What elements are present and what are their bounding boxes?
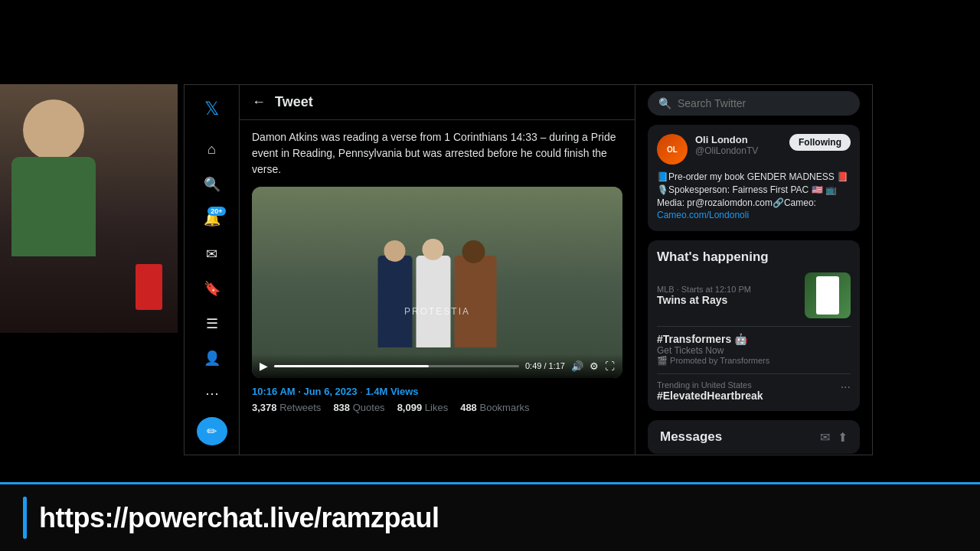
transformers-promo: 🎬 Promoted by Transformers: [657, 356, 851, 366]
bottom-bar: https://powerchat.live/ramzpaul: [0, 482, 980, 551]
sidebar-item-profile[interactable]: 👤: [197, 344, 227, 373]
bookmarks-stat: 488 Bookmarks: [460, 402, 529, 413]
video-overlay-text: PROTESTIA: [404, 306, 470, 317]
video-figure-2: [416, 256, 451, 347]
mlb-label: MLB · Starts at 12:10 PM: [657, 285, 797, 294]
lists-icon: ☰: [206, 315, 218, 332]
mlb-topic: Twins at Rays: [657, 294, 797, 306]
tweet-page-title: Tweet: [275, 94, 313, 110]
sidebar-item-messages[interactable]: ✉: [197, 240, 227, 269]
video-figure-1: [378, 256, 413, 347]
quotes-stat: 838 Quotes: [333, 402, 384, 413]
video-progress-fill: [274, 365, 429, 367]
sidebar-item-notifications[interactable]: 🔔 20+: [197, 205, 227, 234]
webcam-overlay: [0, 84, 178, 333]
search-box[interactable]: 🔍: [648, 91, 860, 116]
trending-us-topic: #ElevatedHeartbreak: [657, 390, 841, 402]
trending-item-mlb[interactable]: MLB · Starts at 12:10 PM Twins at Rays: [657, 272, 851, 318]
whats-happening-title: What's happening: [657, 249, 851, 265]
more-options-icon[interactable]: ···: [841, 380, 851, 394]
twitter-sidebar: 𝕏 ⌂ 🔍 🔔 20+ ✉ 🔖 ☰ 👤 ⋯ ✏: [185, 85, 240, 455]
tweet-header: ← Tweet: [240, 85, 635, 120]
tweet-views: 1.4M Views: [365, 386, 418, 397]
compose-button[interactable]: ✏: [197, 417, 227, 446]
tweet-stats: 3,378 Retweets 838 Quotes 8,099 Likes 48…: [252, 402, 622, 413]
twitter-panel: 𝕏 ⌂ 🔍 🔔 20+ ✉ 🔖 ☰ 👤 ⋯ ✏: [184, 84, 873, 455]
profile-name: Oli London: [695, 134, 782, 145]
play-button[interactable]: ▶: [260, 360, 268, 372]
video-time: 0:49 / 1:17: [525, 361, 565, 370]
messages-icons: ✉ ⬆: [820, 430, 848, 445]
twitter-logo[interactable]: 𝕏: [197, 94, 227, 123]
tweet-body: Damon Atkins was reading a verse from 1 …: [240, 120, 635, 455]
messages-icon: ✉: [206, 246, 217, 262]
likes-stat: 8,099 Likes: [397, 402, 449, 413]
search-icon: 🔍: [204, 176, 220, 193]
trending-item-transformers[interactable]: #Transformers 🤖 Get Tickets Now 🎬 Promot…: [657, 333, 851, 366]
search-input[interactable]: [678, 97, 849, 109]
whats-happening-section: What's happening MLB · Starts at 12:10 P…: [648, 240, 860, 411]
profile-info: Oli London @OliLondonTV: [695, 134, 782, 156]
following-button[interactable]: Following: [789, 134, 851, 151]
trending-mlb-text: MLB · Starts at 12:10 PM Twins at Rays: [657, 285, 797, 306]
trending-item-us: Trending in United States #ElevatedHeart…: [657, 380, 851, 402]
messages-section: Messages ✉ ⬆: [648, 420, 860, 454]
trending-us-label: Trending in United States: [657, 380, 841, 390]
tweet-video[interactable]: PROTESTIA ▶ 0:49 / 1:17 🔊 ⚙ ⛶: [252, 187, 622, 378]
sidebar-item-home[interactable]: ⌂: [197, 135, 227, 165]
mute-icon[interactable]: 🔊: [571, 360, 583, 372]
profile-row: OL Oli London @OliLondonTV Following: [657, 134, 851, 165]
expand-icon[interactable]: ⬆: [838, 430, 848, 445]
search-icon: 🔍: [658, 97, 671, 109]
profile-bio: 📘Pre-order my book GENDER MADNESS 📕🎙️Spo…: [657, 171, 851, 222]
sidebar-item-lists[interactable]: ☰: [197, 309, 227, 338]
tweet-metadata: 10:16 AM · Jun 6, 2023 · 1.4M Views: [252, 386, 622, 397]
tweet-main-content: ← Tweet Damon Atkins was reading a verse…: [240, 85, 635, 455]
bottom-url-text: https://powerchat.live/ramzpaul: [39, 502, 439, 534]
messages-label: Messages: [660, 429, 722, 445]
transformers-sub: Get Tickets Now: [657, 345, 851, 356]
profile-handle: @OliLondonTV: [695, 145, 782, 156]
mlb-image: [805, 272, 851, 318]
compose-icon: ✏: [207, 424, 217, 439]
right-sidebar: 🔍 OL Oli London @OliLondonTV Following 📘…: [635, 85, 872, 455]
transformers-topic: #Transformers 🤖: [657, 333, 851, 345]
twitter-bird-icon: 𝕏: [204, 98, 219, 119]
video-progress-bar[interactable]: [274, 365, 519, 367]
settings-icon[interactable]: ⚙: [590, 360, 599, 372]
sidebar-item-bookmarks[interactable]: 🔖: [197, 275, 227, 304]
fullscreen-icon[interactable]: ⛶: [605, 360, 615, 372]
tweet-text: Damon Atkins was reading a verse from 1 …: [252, 129, 622, 178]
home-icon: ⌂: [207, 142, 216, 158]
trending-transformers-text: #Transformers 🤖 Get Tickets Now 🎬 Promot…: [657, 333, 851, 366]
profile-link[interactable]: Cameo.com/Londonoli: [657, 210, 749, 220]
tweet-datetime: 10:16 AM · Jun 6, 2023: [252, 386, 358, 397]
notification-badge: 20+: [207, 207, 225, 216]
more-icon: ⋯: [205, 385, 219, 402]
avatar: OL: [657, 134, 688, 165]
video-controls: ▶ 0:49 / 1:17 🔊 ⚙ ⛶: [252, 354, 622, 378]
sidebar-item-more[interactable]: ⋯: [197, 379, 227, 408]
blue-accent-bar: [23, 497, 27, 539]
trending-us-text: Trending in United States #ElevatedHeart…: [657, 380, 841, 402]
sidebar-item-search[interactable]: 🔍: [197, 170, 227, 199]
new-message-icon[interactable]: ✉: [820, 430, 830, 445]
video-figure-3: [455, 256, 497, 347]
back-button[interactable]: ←: [252, 94, 266, 110]
profile-card: OL Oli London @OliLondonTV Following 📘Pr…: [648, 125, 860, 231]
bookmarks-icon: 🔖: [204, 280, 220, 297]
retweets-stat: 3,378 Retweets: [252, 402, 321, 413]
profile-icon: 👤: [204, 350, 220, 367]
